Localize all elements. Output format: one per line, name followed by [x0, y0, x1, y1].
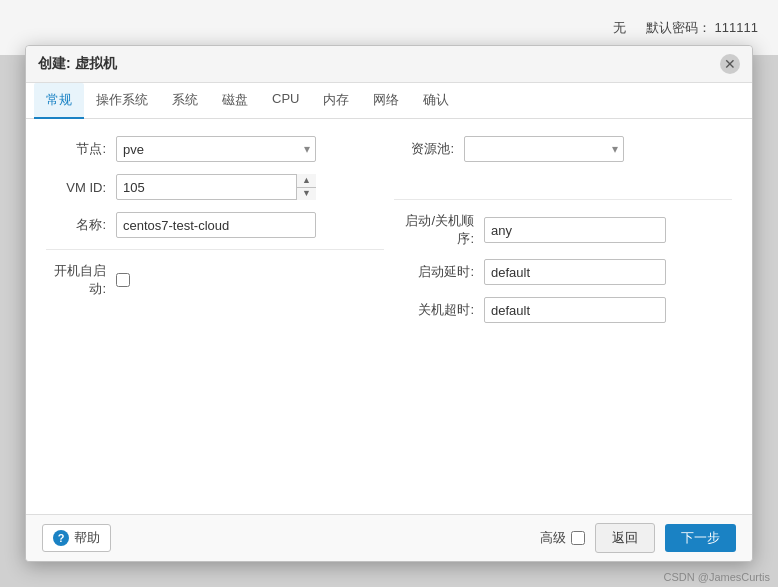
create-vm-dialog: 创建: 虚拟机 ✕ 常规 操作系统 系统 磁盘 CPU 内存 网络 确认 节点:…: [25, 45, 753, 562]
dialog-titlebar: 创建: 虚拟机 ✕: [26, 46, 752, 83]
bg-default-pwd: 默认密码： 111111: [646, 19, 758, 37]
close-button[interactable]: ✕: [720, 54, 740, 74]
name-row: 名称:: [46, 211, 384, 239]
vmid-input[interactable]: [116, 174, 316, 200]
dialog-body: 节点: pve VM ID: ▲ ▼: [26, 119, 752, 514]
help-icon: ?: [53, 530, 69, 546]
resource-pool-label: 资源池:: [394, 140, 464, 158]
shutdown-timeout-label: 关机超时:: [394, 301, 484, 319]
vmid-decrement[interactable]: ▼: [297, 188, 316, 201]
form-left-col: 节点: pve VM ID: ▲ ▼: [46, 135, 384, 334]
autostart-label: 开机自启动:: [46, 262, 116, 298]
tab-bar: 常规 操作系统 系统 磁盘 CPU 内存 网络 确认: [26, 83, 752, 119]
help-label: 帮助: [74, 529, 100, 547]
tab-network[interactable]: 网络: [361, 83, 411, 119]
tab-general[interactable]: 常规: [34, 83, 84, 119]
vmid-label: VM ID:: [46, 180, 116, 195]
tab-memory[interactable]: 内存: [311, 83, 361, 119]
startup-delay-input[interactable]: [484, 259, 666, 285]
node-select-wrapper: pve: [116, 136, 316, 162]
name-input[interactable]: [116, 212, 316, 238]
resource-pool-select[interactable]: [464, 136, 624, 162]
form-divider: [46, 249, 384, 250]
help-button[interactable]: ? 帮助: [42, 524, 111, 552]
footer-right: 高级 返回 下一步: [540, 523, 736, 553]
autostart-checkbox[interactable]: [116, 273, 130, 287]
tab-system[interactable]: 系统: [160, 83, 210, 119]
right-divider: [394, 199, 732, 200]
advanced-checkbox[interactable]: [571, 531, 585, 545]
vmid-spinner-wrapper: ▲ ▼: [116, 174, 316, 200]
node-select[interactable]: pve: [116, 136, 316, 162]
bg-label-none: 无: [613, 19, 626, 37]
dialog-title: 创建: 虚拟机: [38, 55, 117, 73]
boot-order-input[interactable]: [484, 217, 666, 243]
name-label: 名称:: [46, 216, 116, 234]
back-button[interactable]: 返回: [595, 523, 655, 553]
shutdown-timeout-row: 关机超时:: [394, 296, 732, 324]
dialog-footer: ? 帮助 高级 返回 下一步: [26, 514, 752, 561]
resource-pool-select-wrapper: [464, 136, 624, 162]
boot-order-row: 启动/关机顺序:: [394, 212, 732, 248]
tab-cpu[interactable]: CPU: [260, 83, 311, 119]
form-right-col: 资源池: 启动/关机顺序: 启动延时:: [384, 135, 732, 334]
vmid-row: VM ID: ▲ ▼: [46, 173, 384, 201]
boot-order-label: 启动/关机顺序:: [394, 212, 484, 248]
footer-left: ? 帮助: [42, 524, 111, 552]
advanced-label: 高级: [540, 529, 566, 547]
autostart-row: 开机自启动:: [46, 262, 384, 298]
node-label: 节点:: [46, 140, 116, 158]
vmid-increment[interactable]: ▲: [297, 174, 316, 188]
startup-delay-label: 启动延时:: [394, 263, 484, 281]
tab-disk[interactable]: 磁盘: [210, 83, 260, 119]
shutdown-timeout-input[interactable]: [484, 297, 666, 323]
tab-confirm[interactable]: 确认: [411, 83, 461, 119]
form-main: 节点: pve VM ID: ▲ ▼: [46, 135, 732, 334]
tab-os[interactable]: 操作系统: [84, 83, 160, 119]
resource-pool-row: 资源池:: [394, 135, 732, 163]
startup-delay-row: 启动延时:: [394, 258, 732, 286]
vmid-spinner-buttons: ▲ ▼: [296, 174, 316, 200]
watermark: CSDN @JamesCurtis: [663, 571, 770, 583]
next-button[interactable]: 下一步: [665, 524, 736, 552]
advanced-check-area: 高级: [540, 529, 585, 547]
node-row: 节点: pve: [46, 135, 384, 163]
